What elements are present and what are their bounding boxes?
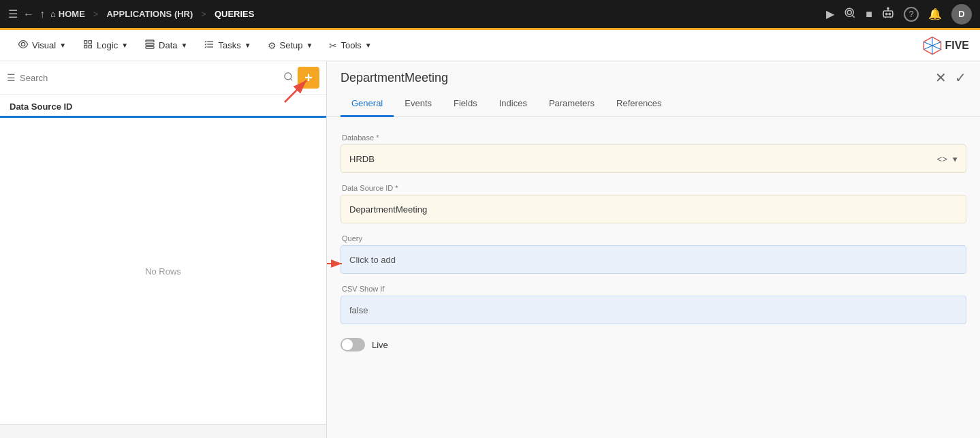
filter-icon: ☰ <box>7 72 16 83</box>
svg-point-5 <box>889 13 890 14</box>
live-toggle[interactable] <box>341 338 365 351</box>
logic-dropdown-icon: ▼ <box>121 42 128 49</box>
toolbar: Visual ▼ Logic ▼ Data ▼ Tasks ▼ ⚙ Set <box>0 30 980 61</box>
csv-show-if-value: false <box>349 305 368 315</box>
home-icon: ⌂ <box>50 9 56 19</box>
search-circle-icon[interactable] <box>844 7 856 22</box>
form-title: DepartmentMeeting <box>341 71 448 85</box>
svg-point-4 <box>886 13 887 14</box>
svg-rect-8 <box>146 40 154 42</box>
database-value: HRDB <box>349 154 375 164</box>
up-icon[interactable]: ↑ <box>39 8 45 20</box>
five-logo: FIVE <box>923 36 969 55</box>
svg-line-1 <box>853 15 855 17</box>
home-nav-item[interactable]: ⌂ HOME <box>50 9 85 19</box>
queries-nav-item[interactable]: QUERIES <box>215 9 255 19</box>
logic-menu[interactable]: Logic ▼ <box>76 35 135 56</box>
query-value: Click to add <box>349 255 396 265</box>
csv-show-if-label: CSV Show If <box>341 285 966 293</box>
sidebar-search-bar: ☰ + <box>0 61 326 95</box>
help-icon[interactable]: ? <box>904 7 919 22</box>
form-body: Database * HRDB <> ▾ Data Source ID * De… <box>327 117 980 371</box>
tab-events[interactable]: Events <box>394 91 443 117</box>
tools-icon: ✂ <box>329 40 337 51</box>
svg-point-6 <box>887 7 889 9</box>
query-input[interactable]: Click to add <box>341 245 966 274</box>
data-dropdown-icon: ▼ <box>181 42 188 49</box>
visual-menu[interactable]: Visual ▼ <box>11 35 73 56</box>
csv-show-if-field-group: CSV Show If false <box>341 285 966 324</box>
stop-icon[interactable]: ■ <box>866 8 872 20</box>
csv-show-if-input[interactable]: false <box>341 296 966 324</box>
live-label: Live <box>372 340 388 350</box>
database-field-group: Database * HRDB <> ▾ <box>341 134 966 173</box>
tools-menu[interactable]: ✂ Tools ▼ <box>322 36 378 55</box>
live-toggle-row: Live <box>341 335 966 354</box>
tab-references[interactable]: References <box>605 91 672 117</box>
sidebar-empty-state: No Rows <box>0 118 326 424</box>
data-source-id-input[interactable]: DepartmentMeeting <box>341 195 966 223</box>
database-label: Database * <box>341 134 966 142</box>
visual-dropdown-icon: ▼ <box>59 42 66 49</box>
data-menu[interactable]: Data ▼ <box>138 35 194 56</box>
sidebar-column-header: Data Source ID <box>0 95 326 118</box>
tab-fields[interactable]: Fields <box>443 91 488 117</box>
svg-rect-3 <box>883 11 893 17</box>
visual-icon <box>18 39 29 52</box>
form-header-actions: ✕ ✓ <box>935 69 966 86</box>
sidebar-footer <box>0 424 326 438</box>
top-nav: ☰ ← ↑ ⌂ HOME > APPLICATIONS (HR) > QUERI… <box>0 0 980 30</box>
tabs: General Events Fields Indices Parameters… <box>327 91 980 117</box>
form-header: DepartmentMeeting ✕ ✓ <box>327 61 980 86</box>
setup-dropdown-icon: ▼ <box>306 42 313 49</box>
back-icon[interactable]: ← <box>23 8 34 20</box>
tab-parameters[interactable]: Parameters <box>538 91 605 117</box>
sidebar: ☰ + Data Source ID No Rows <box>0 61 327 438</box>
tab-indices[interactable]: Indices <box>488 91 538 117</box>
tasks-dropdown-icon: ▼ <box>244 42 251 49</box>
tools-dropdown-icon: ▼ <box>365 42 372 49</box>
data-source-id-label: Data Source ID * <box>341 184 966 192</box>
query-label: Query <box>341 234 966 243</box>
add-button[interactable]: + <box>298 67 319 89</box>
menu-icon[interactable]: ☰ <box>8 7 18 20</box>
svg-point-7 <box>21 42 25 46</box>
svg-rect-9 <box>146 44 154 46</box>
svg-point-0 <box>846 8 854 16</box>
nav-sep-1: > <box>93 9 99 19</box>
close-icon[interactable]: ✕ <box>935 69 947 86</box>
data-source-id-field-group: Data Source ID * DepartmentMeeting <box>341 184 966 223</box>
main-content: ☰ + Data Source ID No Rows DepartmentMee… <box>0 61 980 438</box>
query-field-group: Query Click to add <box>341 234 966 274</box>
svg-point-2 <box>848 10 852 14</box>
svg-point-18 <box>285 73 291 80</box>
tab-general[interactable]: General <box>341 91 394 117</box>
setup-icon: ⚙ <box>268 40 276 51</box>
check-icon[interactable]: ✓ <box>955 69 966 86</box>
form-panel: DepartmentMeeting ✕ ✓ General Events Fie… <box>327 61 980 438</box>
play-icon[interactable]: ▶ <box>826 7 834 20</box>
avatar[interactable]: D <box>951 4 972 25</box>
search-icon[interactable] <box>283 72 294 84</box>
logic-icon <box>82 39 93 52</box>
svg-rect-10 <box>146 46 154 48</box>
database-actions: <> ▾ <box>937 154 958 164</box>
robot-icon[interactable] <box>882 7 894 22</box>
setup-menu[interactable]: ⚙ Setup ▼ <box>261 36 320 55</box>
data-source-id-value: DepartmentMeeting <box>349 204 427 215</box>
svg-line-19 <box>290 78 292 80</box>
code-icon[interactable]: <> <box>937 154 947 164</box>
dropdown-chevron-icon[interactable]: ▾ <box>953 154 958 164</box>
tasks-icon <box>204 39 215 52</box>
data-icon <box>144 39 155 52</box>
tasks-menu[interactable]: Tasks ▼ <box>197 35 257 56</box>
bell-icon[interactable]: 🔔 <box>928 7 942 20</box>
applications-nav-item[interactable]: APPLICATIONS (HR) <box>106 9 193 19</box>
search-input[interactable] <box>20 73 279 83</box>
nav-sep-2: > <box>201 9 206 19</box>
database-input[interactable]: HRDB <> ▾ <box>341 144 966 173</box>
